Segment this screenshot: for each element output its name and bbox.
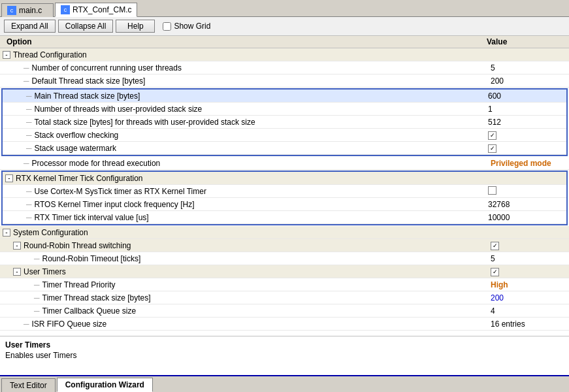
info-title: User Timers (5, 340, 564, 350)
row-tick-interval[interactable]: ─ RTX Timer tick interval value [us] 100… (3, 211, 566, 224)
expand-thread-icon[interactable]: - (3, 51, 10, 59)
show-grid-text: Show Grid (174, 22, 210, 31)
show-grid-checkbox[interactable] (163, 22, 171, 31)
stack-watermark-label: Stack usage watermark (35, 144, 116, 153)
row-main-stack[interactable]: ─ Main Thread stack size [bytes] 600 (3, 90, 566, 103)
row-round-robin-timeout[interactable]: ─ Round-Robin Timeout [ticks] 5 (0, 252, 569, 265)
row-concurrent-threads[interactable]: ─ Number of concurrent running user thre… (0, 61, 569, 74)
kernel-timer-freq-value: 32768 (488, 200, 566, 209)
row-timer-stack[interactable]: ─ Timer Thread stack size [bytes] 200 (0, 291, 569, 304)
main-content: Option Value - Thread Configuration ─ Nu… (0, 36, 569, 375)
help-button[interactable]: Help (116, 20, 155, 33)
row-system-config[interactable]: - System Configuration (0, 226, 569, 239)
isr-fifo-label: ISR FIFO Queue size (32, 319, 107, 329)
header-value: Value (487, 37, 565, 46)
dash-13: ─ (34, 280, 40, 289)
row-timer-priority[interactable]: ─ Timer Thread Priority High (0, 278, 569, 291)
tab-main-c[interactable]: c main.c (1, 3, 54, 17)
row-kernel-timer-freq[interactable]: ─ RTOS Kernel Timer input clock frequenc… (3, 198, 566, 211)
thread-config-label: Thread Configuration (13, 50, 87, 59)
expand-system-icon[interactable]: - (3, 229, 10, 237)
thread-selected-group: ─ Main Thread stack size [bytes] 600 ─ N… (1, 88, 568, 156)
total-stack-value: 512 (488, 118, 566, 127)
stack-watermark-value (488, 143, 566, 153)
expand-user-timers-icon[interactable]: - (13, 268, 21, 276)
row-stack-overflow[interactable]: ─ Stack overflow checking (3, 129, 566, 142)
user-timers-checkbox[interactable] (491, 268, 499, 276)
header-option: Option (4, 37, 487, 46)
round-robin-checkbox[interactable] (491, 242, 499, 250)
row-stack-watermark[interactable]: ─ Stack usage watermark (3, 142, 566, 155)
stack-watermark-checkbox[interactable] (488, 144, 496, 153)
dash-7: ─ (26, 144, 32, 153)
tick-interval-value: 10000 (488, 213, 566, 222)
user-timers-label: User Timers (24, 267, 66, 276)
row-default-stack[interactable]: ─ Default Thread stack size [bytes] 200 (0, 74, 569, 88)
timer-callback-value: 4 (491, 306, 569, 316)
collapse-all-button[interactable]: Collapse All (58, 20, 114, 33)
row-user-timers[interactable]: - User Timers (0, 265, 569, 278)
use-systick-checkbox[interactable] (488, 186, 496, 195)
main-stack-value: 600 (488, 91, 566, 101)
dash-4: ─ (26, 105, 32, 114)
timer-priority-label: Timer Thread Priority (42, 280, 116, 289)
main-stack-label: Main Thread stack size [bytes] (35, 91, 140, 101)
default-stack-label: Default Thread stack size [bytes] (32, 76, 146, 86)
row-timer-callback[interactable]: ─ Timer Callback Queue size 4 (0, 304, 569, 318)
row-isr-fifo[interactable]: ─ ISR FIFO Queue size 16 entries (0, 318, 569, 331)
row-thread-config[interactable]: - Thread Configuration (0, 48, 569, 61)
default-stack-value: 200 (491, 76, 569, 86)
row-rtx-config[interactable]: - RTX Kernel Timer Tick Configuration (3, 172, 566, 185)
concurrent-threads-label: Number of concurrent running user thread… (32, 63, 182, 73)
dash-8: ─ (24, 159, 29, 168)
processor-mode-label: Processor mode for thread execution (32, 159, 161, 168)
round-robin-value (491, 240, 569, 250)
bottom-tab-bar: Text Editor Configuration Wizard (0, 375, 569, 392)
tab-text-editor-label: Text Editor (10, 381, 47, 390)
row-total-stack[interactable]: ─ Total stack size [bytes] for threads w… (3, 116, 566, 129)
row-use-systick[interactable]: ─ Use Cortex-M SysTick timer as RTX Kern… (3, 185, 566, 198)
tab-config-wizard[interactable]: Configuration Wizard (57, 378, 153, 392)
round-robin-timeout-value: 5 (491, 254, 569, 263)
processor-mode-value: Privileged mode (491, 159, 569, 168)
use-systick-label: Use Cortex-M SysTick timer as RTX Kernel… (35, 187, 206, 196)
stack-overflow-value (488, 130, 566, 140)
rtx-config-label: RTX Kernel Timer Tick Configuration (16, 174, 143, 183)
user-provided-threads-value: 1 (488, 105, 566, 114)
dash-14: ─ (34, 293, 40, 302)
concurrent-threads-value: 5 (491, 63, 569, 73)
dash-6: ─ (26, 131, 32, 140)
row-processor-mode[interactable]: ─ Processor mode for thread execution Pr… (0, 157, 569, 170)
info-description: Enables user Timers (5, 351, 564, 360)
config-table: Option Value - Thread Configuration ─ Nu… (0, 36, 569, 336)
system-config-label: System Configuration (13, 228, 88, 237)
tab-text-editor[interactable]: Text Editor (1, 378, 56, 392)
top-tab-bar: c main.c c RTX_Conf_CM.c (0, 0, 569, 17)
expand-round-robin-icon[interactable]: - (13, 242, 21, 250)
stack-overflow-checkbox[interactable] (488, 131, 496, 140)
dash-16: ─ (24, 319, 29, 329)
tab-main-c-label: main.c (19, 6, 42, 15)
tab-rtx-conf[interactable]: c RTX_Conf_CM.c (55, 3, 137, 17)
isr-fifo-value: 16 entries (491, 319, 569, 329)
dash-15: ─ (34, 306, 40, 316)
expand-all-button[interactable]: Expand All (4, 20, 56, 33)
dash-3: ─ (26, 91, 32, 101)
dash-11: ─ (26, 213, 32, 222)
round-robin-label: Round-Robin Thread switching (24, 241, 131, 250)
user-timers-value (491, 267, 569, 276)
timer-stack-label: Timer Thread stack size [bytes] (42, 293, 151, 302)
use-systick-value (488, 186, 566, 197)
dash-5: ─ (26, 118, 32, 127)
row-round-robin[interactable]: - Round-Robin Thread switching (0, 239, 569, 252)
dash-10: ─ (26, 200, 32, 209)
tab-config-wizard-label: Configuration Wizard (65, 380, 144, 389)
info-panel: User Timers Enables user Timers (0, 336, 569, 375)
config-header: Option Value (0, 36, 569, 48)
show-grid-label: Show Grid (163, 22, 210, 31)
dash-12: ─ (34, 254, 40, 263)
timer-priority-value: High (491, 280, 569, 289)
expand-rtx-icon[interactable]: - (5, 174, 13, 182)
tab-rtx-conf-icon: c (61, 5, 70, 14)
row-user-provided-threads[interactable]: ─ Number of threads with user-provided s… (3, 103, 566, 116)
